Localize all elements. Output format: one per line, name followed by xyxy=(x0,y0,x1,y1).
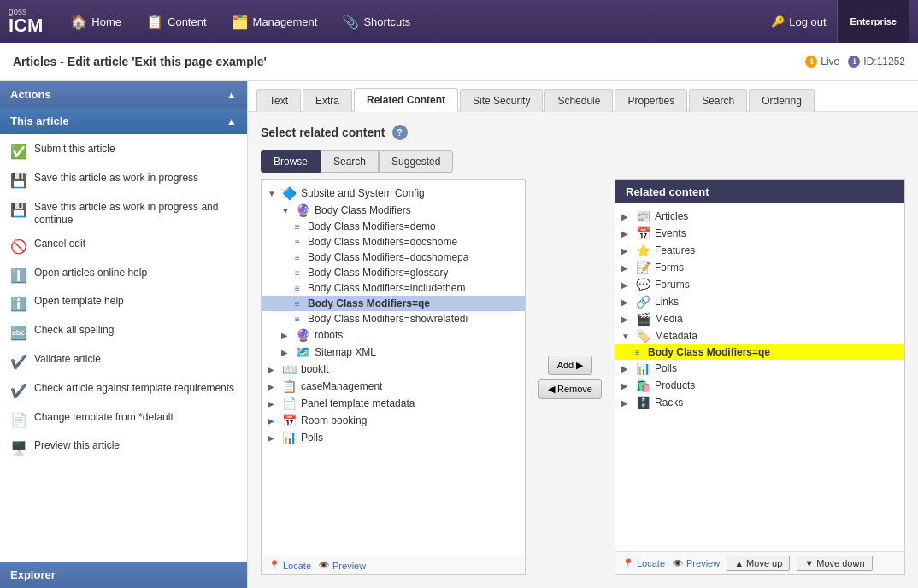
tabs-bar: Text Extra Related Content Site Security… xyxy=(248,81,918,112)
tree-item[interactable]: ▶ ⭐ Features xyxy=(615,242,904,259)
chevron-down-icon: ▼ xyxy=(621,332,632,341)
tree-item[interactable]: ▶ 📅 Room booking xyxy=(262,412,525,429)
help-icon[interactable]: ? xyxy=(392,125,408,140)
sidebar-item-submit[interactable]: ✅ Submit this article xyxy=(0,138,247,167)
tree-item[interactable]: ▶ 🗄️ Racks xyxy=(615,394,904,411)
chevron-right-icon: ▶ xyxy=(621,398,632,408)
related-tree: ▶ 📰 Articles ▶ 📅 Events ▶ xyxy=(615,203,904,551)
validate-icon: ✔️ xyxy=(10,354,27,372)
tab-schedule[interactable]: Schedule xyxy=(544,89,613,112)
nav-content-label: Content xyxy=(168,15,207,28)
move-down-label: Move down xyxy=(816,558,864,568)
sidebar-item-template-help[interactable]: ℹ️ Open template help xyxy=(0,290,247,319)
tab-related-content[interactable]: Related Content xyxy=(354,88,458,112)
tree-item[interactable]: ≡ Body Class Modifiers=showrelatedi xyxy=(262,311,525,326)
add-button[interactable]: Add ▶ xyxy=(548,356,593,375)
tree-item[interactable]: ▶ 🗺️ Sitemap XML xyxy=(262,344,525,361)
tree-item[interactable]: ▶ 💬 Forums xyxy=(615,276,904,293)
tab-extra[interactable]: Extra xyxy=(303,89,352,112)
browse-preview-link[interactable]: 👁️ Preview xyxy=(318,560,366,571)
chevron-down-icon: ▼ xyxy=(268,189,278,198)
nav-items: 🏠 Home 📋 Content 🗂️ Management 📎 Shortcu… xyxy=(60,9,836,34)
tree-item[interactable]: ▶ 📊 Polls xyxy=(615,360,904,377)
tab-text[interactable]: Text xyxy=(256,89,301,112)
tree-item[interactable]: ▶ 📝 Forms xyxy=(615,259,904,276)
page-header: Articles - Edit article 'Exit this page … xyxy=(0,43,918,81)
sub-tabs: Browse Search Suggested xyxy=(261,150,905,173)
tree-item[interactable]: ▶ 📖 bookIt xyxy=(262,361,525,378)
nav-content[interactable]: 📋 Content xyxy=(136,9,217,34)
sidebar-item-validate[interactable]: ✔️ Validate article xyxy=(0,348,247,377)
tree-item[interactable]: ▶ 📄 Panel template metadata xyxy=(262,395,525,412)
tree-item[interactable]: ≡ Body Class Modifiers=docshomepa xyxy=(262,250,525,265)
tree-item[interactable]: ▶ 🔗 Links xyxy=(615,293,904,310)
sidebar-item-spelling[interactable]: 🔤 Check all spelling xyxy=(0,319,247,348)
related-preview-link[interactable]: 👁️ Preview xyxy=(672,558,720,569)
tab-ordering[interactable]: Ordering xyxy=(749,89,815,112)
move-down-button[interactable]: ▼ Move down xyxy=(797,556,872,571)
logout-button[interactable]: 🔑 Log out xyxy=(761,11,836,32)
leaf-icon: ≡ xyxy=(295,253,305,262)
related-locate-link[interactable]: 📍 Locate xyxy=(622,558,665,569)
top-navigation: goss ICM 🏠 Home 📋 Content 🗂️ Management … xyxy=(0,0,918,43)
tree-item[interactable]: ▶ 🔮 robots xyxy=(262,326,525,344)
explorer-footer[interactable]: Explorer xyxy=(0,562,247,588)
move-up-button[interactable]: ▲ Move up xyxy=(727,556,790,571)
sidebar-item-articles-help[interactable]: ℹ️ Open articles online help xyxy=(0,262,247,291)
chevron-right-icon: ▶ xyxy=(621,263,632,273)
nav-home[interactable]: 🏠 Home xyxy=(60,9,132,34)
sidebar-items: ✅ Submit this article 💾 Save this articl… xyxy=(0,134,247,562)
sub-tab-search[interactable]: Search xyxy=(321,150,379,173)
tree-item[interactable]: ▶ 📊 Polls xyxy=(262,429,525,446)
tree-item-highlighted[interactable]: ≡ Body Class Modifiers=qe xyxy=(615,344,904,360)
nav-shortcuts-label: Shortcuts xyxy=(363,15,410,28)
sub-tab-suggested[interactable]: Suggested xyxy=(379,150,453,173)
header-badges: ℹ Live ℹ ID:11252 xyxy=(805,56,905,68)
tab-properties[interactable]: Properties xyxy=(615,89,687,112)
sidebar-item-template-check[interactable]: ✔️ Check article against template requir… xyxy=(0,377,247,406)
tree-item[interactable]: ▶ 📰 Articles xyxy=(615,208,904,225)
management-icon: 🗂️ xyxy=(232,14,249,30)
this-article-header[interactable]: This article ▲ xyxy=(0,108,247,134)
related-content-panel: Select related content ? Browse Search S… xyxy=(248,112,918,588)
sub-tab-browse[interactable]: Browse xyxy=(261,150,321,173)
live-badge: ℹ Live xyxy=(805,56,839,68)
tree-item[interactable]: ▶ 🛍️ Products xyxy=(615,377,904,394)
browse-locate-link[interactable]: 📍 Locate xyxy=(268,560,311,571)
template-help-label: Open template help xyxy=(34,295,124,309)
this-article-label: This article xyxy=(10,115,69,127)
tree-item[interactable]: ≡ Body Class Modifiers=includethem xyxy=(262,280,525,296)
tree-item-selected[interactable]: ≡ Body Class Modifiers=qe xyxy=(262,296,525,311)
sidebar-item-save-wip-continue[interactable]: 💾 Save this article as work in progress … xyxy=(0,196,247,232)
tree-item[interactable]: ▼ 🔷 Subsite and System Config xyxy=(262,185,525,202)
template-check-label: Check article against template requireme… xyxy=(34,382,234,396)
tab-site-security[interactable]: Site Security xyxy=(460,89,543,112)
leaf-icon: ≡ xyxy=(295,315,305,324)
tab-search[interactable]: Search xyxy=(689,89,747,112)
cancel-label: Cancel edit xyxy=(34,238,85,251)
nav-management[interactable]: 🗂️ Management xyxy=(221,9,328,34)
tree-item[interactable]: ≡ Body Class Modifiers=docshome xyxy=(262,234,525,250)
tree-item[interactable]: ▼ 🏷️ Metadata xyxy=(615,327,904,344)
nav-shortcuts[interactable]: 📎 Shortcuts xyxy=(332,9,421,34)
nav-home-label: Home xyxy=(91,15,121,28)
tree-item[interactable]: ≡ Body Class Modifiers=glossary xyxy=(262,265,525,280)
preview-label: Preview xyxy=(332,561,366,571)
chevron-right-icon: ▶ xyxy=(621,212,632,221)
sidebar-item-preview[interactable]: 🖥️ Preview this article xyxy=(0,434,247,463)
tree-item[interactable]: ▶ 📅 Events xyxy=(615,225,904,242)
remove-button[interactable]: ◀ Remove xyxy=(538,379,602,399)
tree-item[interactable]: ▼ 🔮 Body Class Modifiers xyxy=(262,202,525,219)
browse-tree: ▼ 🔷 Subsite and System Config ▼ 🔮 Body C… xyxy=(262,180,525,556)
tree-item[interactable]: ▶ 🎬 Media xyxy=(615,310,904,327)
sidebar-item-cancel[interactable]: 🚫 Cancel edit xyxy=(0,232,247,262)
sidebar-item-save-wip[interactable]: 💾 Save this article as work in progress xyxy=(0,167,247,196)
preview-icon: 👁️ xyxy=(672,558,684,569)
chevron-right-icon: ▶ xyxy=(268,416,278,426)
tree-item[interactable]: ▶ 📋 caseManagement xyxy=(262,378,525,395)
tree-item[interactable]: ≡ Body Class Modifiers=demo xyxy=(262,219,525,234)
shortcuts-icon: 📎 xyxy=(342,14,359,30)
actions-header[interactable]: Actions ▲ xyxy=(0,81,247,108)
spelling-icon: 🔤 xyxy=(10,325,27,343)
sidebar-item-change-template[interactable]: 📄 Change template from *default xyxy=(0,406,247,435)
